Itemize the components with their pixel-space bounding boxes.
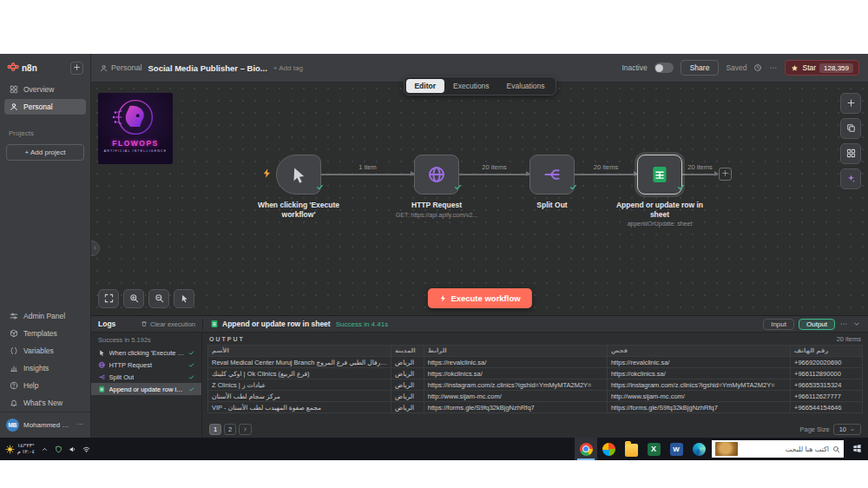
- user-menu-dots[interactable]: [76, 420, 84, 430]
- execute-workflow-button[interactable]: Execute workflow: [427, 288, 531, 308]
- sidebar-item-templates[interactable]: Templates: [4, 326, 86, 341]
- sidebar-item-variables[interactable]: Variables: [4, 343, 86, 359]
- new-workflow-button[interactable]: [70, 62, 83, 75]
- table-cell: الرياض: [391, 368, 424, 379]
- sidebar-item-personal[interactable]: Personal: [4, 99, 86, 115]
- sidebar-item-overview[interactable]: Overview: [4, 82, 86, 97]
- sidebar-item-help[interactable]: Help: [4, 378, 86, 393]
- page-1-button[interactable]: 1: [209, 424, 221, 435]
- taskbar-app-file-explorer[interactable]: [620, 438, 642, 460]
- log-item-http-request[interactable]: HTTP Request: [91, 359, 201, 371]
- screen: n8n Overview Personal Projects + Add pro…: [0, 0, 868, 488]
- sidebar-collapse-handle[interactable]: [91, 241, 100, 256]
- selected-node-title: Append or update row in sheet: [210, 320, 331, 328]
- star-icon: [791, 64, 799, 72]
- table-cell: +966544154646: [791, 402, 863, 413]
- breadcrumb[interactable]: Personal: [100, 63, 142, 72]
- star-label: Star: [802, 63, 816, 72]
- globe-icon: [427, 165, 446, 184]
- pointer-icon: [180, 293, 189, 305]
- table-cell: الرياض: [391, 357, 424, 368]
- next-page-button[interactable]: [239, 424, 252, 435]
- node-success-status: Success in 4.41s: [336, 320, 388, 328]
- sidebar-logo-row: n8n: [0, 54, 90, 81]
- taskbar-app-word[interactable]: [665, 438, 687, 460]
- zoom-out-button[interactable]: [148, 289, 169, 308]
- taskbar-app-edge[interactable]: [687, 438, 710, 460]
- ai-assistant-button[interactable]: [840, 168, 861, 189]
- log-item-trigger[interactable]: When clicking 'Execute work...: [91, 346, 201, 359]
- zoom-in-button[interactable]: [123, 289, 144, 308]
- table-cell: https://revalclinic.sa/: [607, 357, 790, 368]
- n8n-logo[interactable]: n8n: [7, 61, 37, 75]
- input-tab-button[interactable]: Input: [763, 319, 794, 330]
- more-options-icon[interactable]: [769, 63, 778, 72]
- taskbar-app-photos[interactable]: [597, 438, 620, 460]
- search-placeholder: اكتب هنا للبحث: [741, 445, 829, 453]
- tab-executions[interactable]: Executions: [444, 79, 498, 93]
- layout-grid-icon: [846, 148, 856, 160]
- network-icon[interactable]: [82, 445, 90, 453]
- workflow-title[interactable]: Social Media Publisher – Bio...: [148, 63, 267, 73]
- add-sticky-button[interactable]: [840, 118, 861, 139]
- column-header: المدينة: [391, 346, 424, 357]
- tab-evaluations[interactable]: Evaluations: [498, 79, 554, 93]
- tidy-up-button[interactable]: [840, 143, 861, 164]
- sidebar-item-insights[interactable]: Insights: [4, 360, 86, 376]
- log-item-split-out[interactable]: Split Out: [91, 371, 201, 383]
- success-check-icon: [316, 183, 324, 191]
- clock: ١٢:٠٤ م: [17, 449, 35, 456]
- add-node-endpoint[interactable]: [719, 168, 732, 181]
- node-manual-trigger[interactable]: [276, 155, 321, 195]
- history-icon[interactable]: [753, 63, 762, 72]
- share-button[interactable]: Share: [681, 60, 720, 76]
- logs-more-icon[interactable]: [839, 320, 848, 328]
- windows-taskbar: ٢٣°/١٤° ١٢:٠٤ م اكتب هنا للبحث: [0, 438, 868, 460]
- start-button[interactable]: [845, 438, 868, 460]
- weather-text: ٢٣°/١٤° ١٢:٠٤ م: [17, 443, 35, 456]
- dots-icon: [76, 420, 84, 430]
- github-star-button[interactable]: Star 128,359: [785, 60, 859, 76]
- lightning-icon: [438, 294, 446, 302]
- page-size-value: 10: [839, 425, 846, 433]
- table-cell: https://forms.gle/S9fq32kBjgNzhRfq7: [424, 402, 607, 413]
- weather-widget[interactable]: ٢٣°/١٤° ١٢:٠٤ م: [5, 443, 35, 456]
- add-project-button[interactable]: + Add project: [6, 144, 84, 161]
- taskbar-app-excel[interactable]: [642, 438, 665, 460]
- add-tag-button[interactable]: + Add tag: [273, 64, 303, 72]
- fit-view-button[interactable]: [98, 289, 119, 308]
- column-header: فحص: [607, 346, 790, 357]
- log-item-google-sheets[interactable]: Append or update row in sheet: [91, 383, 201, 395]
- user-menu[interactable]: MB Mohammed hu...: [0, 412, 90, 438]
- taskbar-search[interactable]: اكتب هنا للبحث: [712, 440, 844, 458]
- collapse-panel-icon[interactable]: [852, 320, 861, 328]
- volume-icon[interactable]: [69, 445, 76, 453]
- pointer-mode-button[interactable]: [174, 289, 194, 308]
- project-icon: [100, 64, 108, 72]
- output-table-wrap: الأسمالمدينةالرابطفحصرقم الهاتفReval Med…: [202, 345, 868, 422]
- output-tab-button[interactable]: Output: [799, 319, 835, 330]
- add-node-button[interactable]: [840, 93, 861, 114]
- node-google-sheets[interactable]: [637, 155, 682, 195]
- success-check-icon: [188, 362, 194, 368]
- security-tray-icon[interactable]: [55, 445, 62, 453]
- page-size-select[interactable]: 10: [833, 424, 861, 435]
- sidebar-item-whats-new[interactable]: What's New: [4, 395, 86, 411]
- search-highlight-image: [715, 442, 738, 456]
- table-cell: https://revalclinic.sa/: [424, 357, 607, 368]
- table-cell: الرياض: [391, 402, 424, 413]
- tab-editor[interactable]: Editor: [405, 79, 444, 93]
- node-http-request[interactable]: [414, 155, 459, 195]
- node-split-out[interactable]: [529, 155, 575, 195]
- clear-execution-button[interactable]: Clear execution: [141, 320, 195, 328]
- column-header: الأسم: [208, 346, 391, 357]
- active-toggle[interactable]: [654, 63, 674, 73]
- logs-header-main: Append or update row in sheet Success in…: [202, 319, 868, 330]
- page-2-button[interactable]: 2: [224, 424, 236, 435]
- sidebar-item-label: Variables: [23, 346, 54, 355]
- workflow-canvas[interactable]: FLOWOPS ARTIFICIAL INTELLIGENCE: [91, 82, 868, 315]
- success-check-icon: [188, 374, 194, 380]
- hidden-icons-chevron[interactable]: [41, 445, 49, 453]
- sidebar-item-admin-panel[interactable]: Admin Panel: [4, 308, 86, 324]
- taskbar-app-chrome[interactable]: [575, 438, 597, 460]
